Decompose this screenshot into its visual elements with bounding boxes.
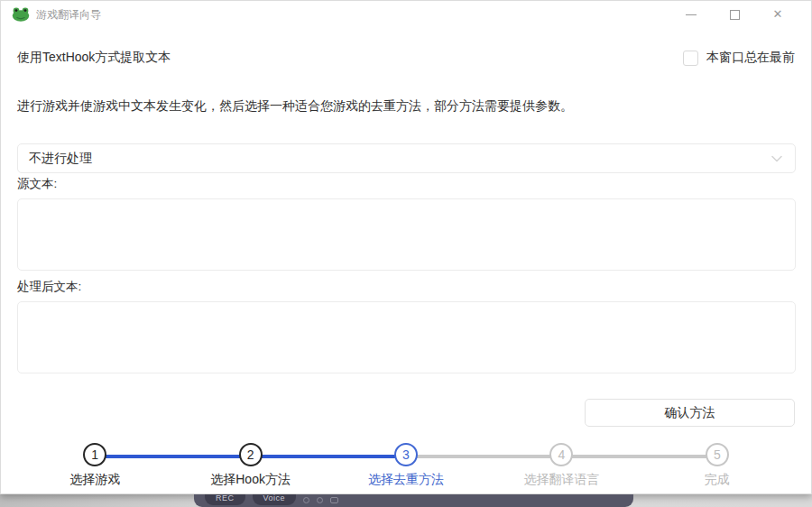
extraction-mode-text: 使用TextHook方式提取文本	[17, 50, 171, 66]
step-label: 完成	[705, 472, 730, 488]
recorder-icon[interactable]	[317, 497, 323, 503]
source-text-area[interactable]	[17, 198, 796, 271]
always-on-top-checkbox[interactable]	[683, 51, 698, 66]
step-circle: 3	[394, 443, 418, 466]
frog-icon	[12, 7, 30, 22]
minimize-button[interactable]	[685, 8, 697, 21]
step-select-game: 1 选择游戏	[17, 434, 172, 488]
processed-text-label: 处理后文本:	[17, 279, 81, 295]
rec-button[interactable]: REC	[205, 494, 245, 505]
step-label: 选择游戏	[69, 472, 120, 488]
recorder-icon[interactable]	[330, 497, 338, 503]
close-button[interactable]: ✕	[771, 8, 784, 21]
step-circle: 1	[83, 443, 106, 466]
step-select-translate-language: 4 选择翻译语言	[484, 434, 639, 488]
always-on-top-control[interactable]: 本窗口总在最前	[683, 50, 795, 66]
source-text-label: 源文本:	[17, 176, 57, 192]
wizard-stepper: 1 选择游戏 2 选择Hook方法 3 选择去重方法 4 选择翻译语言 5 完成	[17, 434, 795, 490]
step-circle: 5	[706, 443, 729, 466]
wizard-window: 游戏翻译向导 ✕ 使用TextHook方式提取文本 本窗口总在最前 进行游戏并使…	[0, 0, 812, 494]
instruction-text: 进行游戏并使游戏中文本发生变化，然后选择一种适合您游戏的去重方法，部分方法需要提…	[17, 98, 795, 115]
step-circle: 2	[239, 443, 263, 466]
step-label: 选择去重方法	[368, 472, 444, 488]
voice-button[interactable]: Voice	[253, 494, 297, 505]
window-title: 游戏翻译向导	[36, 7, 101, 23]
step-select-hook-method: 2 选择Hook方法	[172, 434, 328, 488]
always-on-top-label: 本窗口总在最前	[706, 50, 795, 66]
confirm-method-button[interactable]: 确认方法	[585, 399, 795, 427]
dedup-method-value: 不进行处理	[29, 151, 92, 167]
chevron-down-icon	[770, 152, 784, 166]
dedup-method-select[interactable]: 不进行处理	[17, 143, 796, 173]
maximize-button[interactable]	[728, 8, 741, 21]
step-label: 选择Hook方法	[210, 472, 291, 488]
step-label: 选择翻译语言	[523, 472, 599, 488]
step-circle: 4	[549, 443, 573, 466]
screen-recorder-toolbar[interactable]: REC Voice	[194, 494, 633, 507]
recorder-icon[interactable]	[303, 497, 309, 503]
step-select-dedup-method: 3 选择去重方法	[328, 434, 484, 488]
title-bar: 游戏翻译向导 ✕	[1, 1, 811, 28]
processed-text-area[interactable]	[17, 301, 796, 373]
step-finish: 5 完成	[640, 434, 795, 488]
